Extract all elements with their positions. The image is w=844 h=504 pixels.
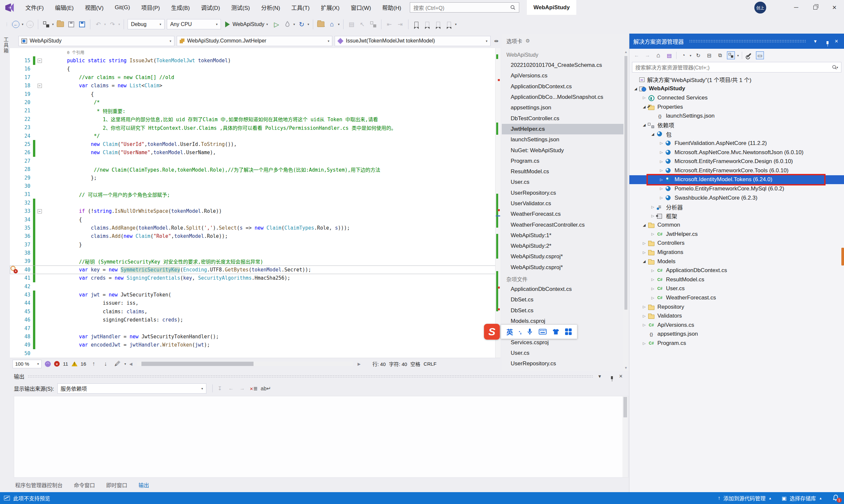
code-area[interactable]: 0 个引用15− public static string IssueJwt(T… [10,48,500,358]
select-repository-button[interactable]: ▣ 选择存储库 ▲ [782,494,822,502]
code-line[interactable]: 33− if (!string.IsNullOrWhiteSpace(token… [10,207,500,215]
chevron-expanded-icon[interactable]: ◢ [641,223,648,227]
menu-item[interactable]: 分析(N) [256,0,286,15]
code-line[interactable]: 24 */ [10,132,500,140]
menu-item[interactable]: 项目(P) [136,0,166,15]
forward-icon[interactable]: → [643,51,652,59]
previous-bookmark-icon[interactable] [423,20,432,29]
minimize-button[interactable]: ─ [787,0,806,15]
document-tab[interactable]: NuGet: WebApiStudy [502,145,623,156]
document-tab[interactable]: JwtHelper.cs [502,124,623,134]
code-line[interactable]: 29 }; [10,174,500,182]
document-tab[interactable]: UserRepository.cs [502,188,623,198]
solution-search-input[interactable]: 搜索解决方案资源管理器(Ctrl+;) ▾ [632,62,841,72]
toolbox-tab[interactable]: 工具箱 [2,37,9,54]
chevron-collapsed-icon[interactable]: ▷ [641,305,648,309]
tabs-scrollbar[interactable]: ▲ ▼ [623,49,628,371]
document-tab[interactable]: WebApiStudy.csproj* [502,251,623,262]
chevron-collapsed-icon[interactable]: ▷ [641,241,648,246]
output-source-dropdown[interactable]: 服务依赖项▾ [57,383,206,394]
menu-item[interactable]: 工具(T) [286,0,315,15]
switch-views-icon[interactable]: ▤ [665,51,673,59]
open-file-icon[interactable] [56,20,65,29]
project-dropdown[interactable]: WebApiStudy▾ [18,36,174,46]
eol-indicator[interactable]: CRLF [424,361,436,367]
chevron-collapsed-icon[interactable]: ▷ [641,341,648,345]
clear-all-icon[interactable]: ✕≣ [249,385,258,392]
avatar[interactable]: 创上 [754,2,766,14]
tree-item[interactable]: ▷Microsoft.EntityFrameworkCore.Design (6… [630,157,844,166]
tree-item[interactable]: ▷Microsoft.IdentityModel.Tokens (6.24.0) [630,175,844,184]
chevron-collapsed-icon[interactable]: ▷ [649,214,656,218]
tree-item[interactable]: ▷≣分析器 [630,202,844,212]
document-tab[interactable]: WebApiStudy.csproj* [502,262,623,273]
sync-with-active-document-icon[interactable] [727,51,735,59]
close-button[interactable]: × [825,0,844,15]
menu-item[interactable]: 生成(B) [166,0,195,15]
decrease-indent-icon[interactable]: ⇤ [385,20,394,29]
menu-item[interactable]: 帮助(H) [377,0,407,15]
output-content[interactable] [14,396,628,478]
chevron-collapsed-icon[interactable]: ▷ [658,186,665,191]
document-tab[interactable]: ResultModel.cs [502,166,623,177]
home-icon[interactable]: ⌂ [654,51,662,59]
code-line[interactable]: 17 //var claims = new Claim[] //old [10,73,500,82]
column-indicator[interactable]: 字符: 40 [389,360,407,367]
chevron-expanded-icon[interactable]: ◢ [641,123,648,127]
microphone-icon[interactable] [527,328,533,335]
toolbox-grid-icon[interactable] [565,328,572,335]
member-dropdown[interactable]: IssueJwt(TokenModelJwt tokenModel)▾ [334,36,490,46]
code-line[interactable]: ×40 var key = new SymmetricSecurityKey(E… [10,266,500,274]
codelens-references[interactable]: 0 个引用 [67,50,84,55]
code-line[interactable]: 38 [10,249,500,257]
tree-item[interactable]: ◢Properties [630,103,844,112]
tree-item[interactable]: ▷C#ApiVersions.cs [630,321,844,330]
hot-reload-icon[interactable] [283,20,292,29]
chevron-collapsed-icon[interactable]: ▷ [649,268,656,273]
next-bookmark-icon[interactable] [434,20,443,29]
code-line[interactable]: 42 [10,282,500,290]
select-element-icon[interactable]: ↖ [358,20,367,29]
previous-issue-icon[interactable]: ↑ [89,360,98,368]
toggle-vertical-tabs-icon[interactable]: ⇹ [494,38,499,44]
refresh-icon[interactable]: ↻ [694,51,702,59]
code-line[interactable]: 37 } [10,240,500,249]
tree-item[interactable]: ◢Common [630,221,844,230]
output-scrollbar[interactable] [622,396,628,477]
tree-item[interactable]: ◢WebApiStudy [630,84,844,93]
editor-scrollbar[interactable] [495,48,500,358]
code-line[interactable]: 25 new Claim("UserId",tokenModel.UserId.… [10,140,500,148]
chevron-collapsed-icon[interactable]: ▷ [658,196,665,200]
menu-item[interactable]: Git(G) [109,0,136,15]
code-line[interactable]: 39 //秘钥 (SymmetricSecurityKey 对安全性的要求,密钥… [10,257,500,266]
code-line[interactable]: 45 claims: claims, [10,307,500,316]
tree-item[interactable]: ▷框架 [630,212,844,221]
restore-button[interactable] [806,0,825,15]
quick-search-input[interactable]: 搜索 (Ctrl+Q) [410,2,519,13]
chevron-collapsed-icon[interactable]: ▷ [649,232,656,236]
suggestion-icon[interactable]: ◠ [45,361,51,367]
home-icon[interactable]: ⌂ [328,20,336,29]
code-line[interactable]: 49 var encodedJwt = jwtHandler.WriteToke… [10,341,500,349]
menu-item[interactable]: 编辑(E) [49,0,80,15]
tree-item[interactable]: ▷Pomelo.EntityFrameworkCore.MySql (6.0.2… [630,184,844,193]
tree-item[interactable]: ▷Repository [630,302,844,312]
code-line[interactable]: 26 new Claim("UserName",tokenModel.UserN… [10,148,500,157]
ime-punctuation-icon[interactable]: ·, [519,328,521,335]
menu-item[interactable]: 调试(D) [195,0,226,15]
document-tab[interactable]: ApplicationDbCo...ModelSnapshot.cs [502,92,623,103]
code-line[interactable]: 18− var claims = new List<Claim> [10,82,500,90]
close-panel-icon[interactable]: × [833,38,840,45]
tree-item[interactable]: ▷Swashbuckle.AspNetCore (6.2.3) [630,193,844,203]
code-line[interactable]: 31 // 可以将一个用户的多个角色全部赋予; [10,191,500,199]
start-without-debugging-icon[interactable]: ▷ [272,20,281,29]
clear-bookmarks-icon[interactable] [445,20,453,29]
tree-item[interactable]: ▷C#Program.cs [630,339,844,348]
tree-item[interactable]: ▷C#ResultModel.cs [630,275,844,284]
tree-item[interactable]: ◢Models [630,257,844,266]
document-tab[interactable]: DbSet.cs [502,305,623,316]
new-project-icon[interactable] [42,20,50,29]
tree-item[interactable]: ▷C#JwtHelper.cs [630,230,844,239]
code-line[interactable]: 19 { [10,90,500,98]
line-indicator[interactable]: 行: 40 [373,360,386,367]
